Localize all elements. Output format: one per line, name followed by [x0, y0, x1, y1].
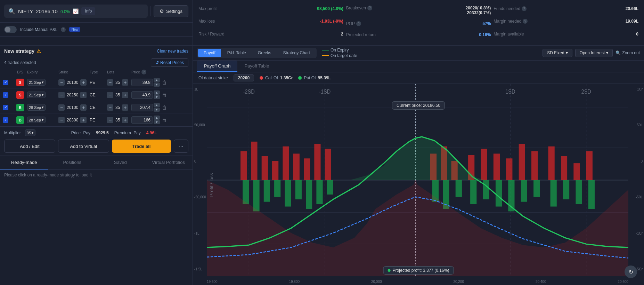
y-axis-left-label: 1L	[194, 87, 205, 91]
lots-plus-2[interactable]: +	[122, 104, 128, 111]
sd-fixed-button[interactable]: SD Fixed ▾	[543, 49, 572, 57]
add-edit-button[interactable]: Add / Edit	[4, 140, 55, 153]
more-options-button[interactable]: ···	[174, 140, 188, 153]
price-help-icon: ?	[141, 70, 146, 74]
svg-text:2SD: 2SD	[581, 88, 591, 95]
price-down-2[interactable]: ▼	[154, 108, 160, 112]
manual-pnl-toggle[interactable]	[4, 26, 17, 33]
strike-minus-1[interactable]: −	[58, 92, 65, 98]
lots-value-3: 35	[115, 118, 120, 122]
bottom-tab-positions[interactable]: Positions	[48, 156, 97, 169]
lots-value-2: 35	[115, 105, 120, 110]
trade-checkbox-1[interactable]: ✓	[3, 92, 13, 98]
search-input-wrap[interactable]: 🔍 NIFTY 20186.10 0.0% 📈 Info	[4, 5, 148, 18]
delete-trade-2[interactable]: 🗑	[161, 104, 168, 111]
add-virtual-button[interactable]: Add to Virtual	[58, 140, 109, 153]
trade-expiry-0[interactable]: 21 Sep ▾	[27, 79, 58, 86]
trade-expiry-1[interactable]: 21 Sep ▾	[27, 92, 58, 98]
strike-minus-2[interactable]: −	[58, 104, 65, 111]
price-up-1[interactable]: ▲	[154, 90, 160, 95]
lots-plus-3[interactable]: +	[122, 117, 128, 123]
svg-rect-31	[586, 151, 593, 180]
strike-plus-1[interactable]: +	[80, 92, 87, 98]
trade-checkbox-0[interactable]: ✓	[3, 80, 13, 85]
open-interest-button[interactable]: Open Interest ▾	[575, 49, 613, 57]
chevron-down-icon: ▾	[606, 50, 608, 55]
price-down-3[interactable]: ▼	[154, 120, 160, 124]
lots-minus-2[interactable]: −	[107, 104, 113, 111]
left-column: New strategy ⚠ Clear new trades 4 trades…	[0, 46, 193, 285]
svg-rect-28	[548, 147, 555, 180]
strike-minus-3[interactable]: −	[58, 117, 65, 123]
svg-rect-23	[481, 149, 487, 180]
main-chart-tab-greeks[interactable]: Greeks	[252, 49, 277, 57]
bottom-tab-ready-made[interactable]: Ready-made	[0, 156, 48, 169]
expiry-select-0[interactable]: 21 Sep ▾	[27, 79, 46, 86]
table-header: B/S Expiry Strike Type Lots Price ?	[0, 68, 193, 76]
sub-tab-payoff-table[interactable]: Payoff Table	[237, 61, 276, 72]
trade-expiry-2[interactable]: 28 Sep ▾	[27, 104, 58, 111]
svg-rect-16	[304, 158, 310, 180]
price-down-0[interactable]: ▼	[154, 82, 160, 87]
delete-trade-3[interactable]: 🗑	[161, 117, 168, 124]
breakeven-values: 20020(-0.8%) 20332(0.7%)	[466, 6, 491, 15]
svg-rect-34	[264, 180, 270, 202]
price-down-1[interactable]: ▼	[154, 95, 160, 99]
lots-plus-1[interactable]: +	[122, 92, 128, 98]
expiry-select-2[interactable]: 28 Sep ▾	[27, 104, 46, 111]
lots-minus-0[interactable]: −	[107, 79, 113, 86]
oi-bar: OI data at strike 20200 Call OI 1.35Cr P…	[193, 72, 644, 84]
breakeven-help-icon: ?	[367, 6, 372, 10]
expiry-select-1[interactable]: 21 Sep ▾	[27, 92, 46, 98]
delete-trade-1[interactable]: 🗑	[161, 92, 168, 98]
price-input-0[interactable]	[131, 79, 153, 86]
strike-plus-2[interactable]: +	[80, 104, 87, 111]
trade-checkbox-3[interactable]: ✓	[3, 117, 13, 123]
bottom-tab-virtual-portfolios[interactable]: Virtual Portfolios	[145, 156, 193, 169]
delete-trade-0[interactable]: 🗑	[161, 79, 168, 86]
trade-lots-0: − 35 +	[107, 79, 131, 86]
lots-minus-3[interactable]: −	[107, 117, 113, 123]
clear-trades-button[interactable]: Clear new trades	[157, 49, 188, 54]
price-input-1[interactable]	[131, 91, 153, 99]
search-bar: 🔍 NIFTY 20186.10 0.0% 📈 Info ⚙ Settings	[0, 0, 193, 23]
main-chart-tab-strategy-chart[interactable]: Strategy Chart	[278, 49, 316, 57]
svg-rect-30	[573, 163, 580, 180]
bottom-tab-saved[interactable]: Saved	[96, 156, 145, 169]
trade-all-button[interactable]: Trade all	[112, 140, 171, 153]
price-input-3[interactable]	[131, 116, 153, 124]
y-axis-left-label: 0	[194, 159, 205, 163]
info-button[interactable]: Info	[81, 7, 95, 15]
chevron-down-icon: ▾	[42, 105, 44, 110]
strike-minus-0[interactable]: −	[58, 79, 65, 86]
bottom-tabs: Ready-madePositionsSavedVirtual Portfoli…	[0, 156, 193, 169]
trade-checkbox-2[interactable]: ✓	[3, 105, 13, 110]
lots-plus-0[interactable]: +	[122, 79, 128, 86]
svg-text:-1SD: -1SD	[319, 88, 331, 95]
price-up-0[interactable]: ▲	[154, 78, 160, 82]
zoom-icon: 🔍	[616, 50, 621, 55]
y-axis-right-label: 0	[630, 159, 643, 163]
strike-plus-0[interactable]: +	[80, 79, 87, 86]
price-up-3[interactable]: ▲	[154, 116, 160, 120]
svg-rect-43	[456, 180, 462, 197]
main-chart-tab-pl-table[interactable]: P&L Table	[222, 49, 252, 57]
call-oi-value: 1.35Cr	[280, 76, 293, 80]
strike-value-1: 20250	[67, 93, 78, 97]
svg-rect-36	[285, 180, 291, 207]
strike-plus-3[interactable]: +	[80, 117, 87, 123]
lots-minus-1[interactable]: −	[107, 92, 113, 98]
sub-tab-payoff-graph[interactable]: Payoff Graph	[197, 61, 237, 72]
settings-button[interactable]: ⚙ Settings	[154, 5, 188, 17]
main-chart-tab-payoff[interactable]: Payoff	[198, 49, 221, 57]
multiplier-select[interactable]: 35 ▾	[25, 129, 35, 136]
expiry-select-3[interactable]: 28 Sep ▾	[27, 117, 46, 123]
price-input-2[interactable]	[131, 104, 153, 111]
refresh-button[interactable]: ↻	[625, 266, 637, 278]
strike-value-2: 20100	[67, 105, 78, 110]
trade-expiry-3[interactable]: 28 Sep ▾	[27, 117, 58, 123]
reset-prices-button[interactable]: ↺ Reset Prices	[151, 58, 188, 67]
price-up-2[interactable]: ▲	[154, 103, 160, 107]
svg-rect-11	[251, 142, 257, 180]
zoom-out-button[interactable]: 🔍 Zoom out	[616, 50, 640, 55]
